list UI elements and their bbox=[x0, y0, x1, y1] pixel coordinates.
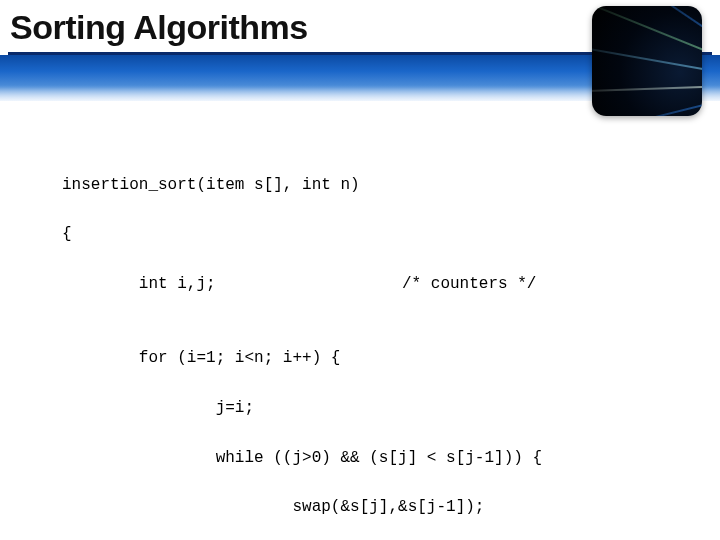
code-line: { bbox=[62, 222, 660, 247]
code-line: int i,j;/* counters */ bbox=[62, 272, 660, 297]
code-line: insertion_sort(item s[], int n) bbox=[62, 173, 660, 198]
decorative-swirl-image bbox=[592, 6, 702, 116]
code-line: while ((j>0) && (s[j] < s[j-1])) { bbox=[62, 446, 660, 471]
code-line: j=i; bbox=[62, 396, 660, 421]
code-text: int i,j; bbox=[62, 275, 216, 293]
code-comment: /* counters */ bbox=[402, 272, 536, 297]
slide: Sorting Algorithms insertion_sort(item s… bbox=[0, 0, 720, 540]
code-line: swap(&s[j],&s[j-1]); bbox=[62, 495, 660, 520]
slide-title: Sorting Algorithms bbox=[10, 8, 308, 47]
code-block: insertion_sort(item s[], int n) { int i,… bbox=[62, 148, 660, 540]
code-line: for (i=1; i<n; i++) { bbox=[62, 346, 660, 371]
